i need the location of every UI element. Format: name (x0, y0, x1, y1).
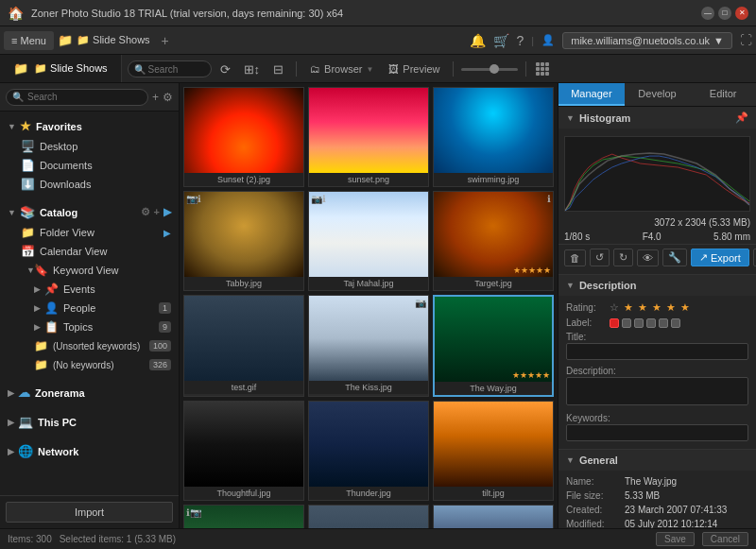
label-gray1[interactable] (622, 318, 631, 328)
photo-thumb-14[interactable]: Tools.jpg (308, 505, 429, 528)
histogram-header[interactable]: ▼ Histogram 📌 (558, 107, 756, 129)
photo-img-area (309, 402, 428, 487)
sidebar-item-people[interactable]: ▶ 👤 People 1 (0, 299, 179, 317)
people-icon: 👤 (44, 301, 59, 315)
menu-button[interactable]: ≡ Menu (4, 31, 54, 50)
photo-thumb-1[interactable]: Sunset (2).jpg (183, 87, 304, 187)
user-menu-button[interactable]: mike.williams@nuetools.co.uk ▼ (562, 32, 732, 49)
description-textarea[interactable] (566, 377, 748, 405)
photo-thumb-7[interactable]: test.gif (183, 295, 304, 397)
sidebar-item-downloads[interactable]: ⬇️ Downloads (0, 175, 179, 194)
sidebar-item-keyword-view[interactable]: ▼ 🔖 Keyword View (0, 261, 179, 280)
thumb-icon-tl: 📷ℹ (311, 194, 326, 204)
rotate-left-button[interactable]: ↺ (590, 249, 610, 266)
network-header[interactable]: ▶ 🌐 Network (0, 440, 179, 462)
export-button[interactable]: ↗ Export (691, 249, 749, 266)
cart-icon[interactable]: 🛒 (493, 33, 509, 48)
keywords-input[interactable] (566, 424, 748, 441)
sidebar-item-calendar-view[interactable]: 📅 Calendar View (0, 242, 179, 261)
photo-thumb-6[interactable]: ℹ ★★★★★ Target.jpg (433, 191, 554, 291)
photo-thumb-13[interactable]: ℹ📷 ★★★ Toco Toucan.jpg (183, 505, 304, 528)
minimize-button[interactable]: — (701, 7, 714, 20)
refresh-button[interactable]: ⟳ (215, 60, 235, 78)
user-email: mike.williams@nuetools.co.uk (571, 35, 710, 46)
cancel-button[interactable]: Cancel (702, 532, 748, 546)
label-gray4[interactable] (659, 318, 668, 328)
star-2[interactable]: ★ (624, 301, 634, 313)
photo-thumb-8[interactable]: 📷 The Kiss.jpg (308, 295, 429, 397)
star-4[interactable]: ★ (652, 301, 662, 313)
window-expand-icon[interactable]: ⛶ (740, 33, 752, 47)
thispc-header[interactable]: ▶ 💻 This PC (0, 411, 179, 433)
photo-thumb-10[interactable]: Thoughtful.jpg (183, 401, 304, 501)
sidebar-item-unsorted[interactable]: 📁 (Unsorted keywords) 100 (0, 336, 179, 355)
rating-label: Rating: (566, 302, 604, 313)
help-icon[interactable]: ? (517, 33, 524, 48)
catalog-header[interactable]: ▼ 📚 Catalog ⚙ + ▶ (0, 201, 179, 223)
slide-shows-tab[interactable]: 📁 📁 Slide Shows (0, 55, 122, 82)
photo-thumb-5[interactable]: 📷ℹ Taj Mahal.jpg (308, 191, 429, 291)
general-header[interactable]: ▼ General (558, 450, 756, 471)
sidebar-item-documents[interactable]: 📄 Documents (0, 156, 179, 175)
sidebar-item-desktop[interactable]: 🖥️ Desktop (0, 137, 179, 156)
star-5[interactable]: ★ (666, 301, 677, 313)
sidebar-item-nokeywords[interactable]: 📁 (No keywords) 326 (0, 355, 179, 374)
histogram-pin-icon[interactable]: 📌 (735, 112, 748, 124)
photo-thumb-3[interactable]: swimming.jpg (433, 87, 554, 187)
photo-thumb-12[interactable]: tilt.jpg (433, 401, 554, 501)
tools-button[interactable]: 🔧 (662, 249, 687, 266)
photo-img-area (434, 88, 553, 173)
label-gray2[interactable] (634, 318, 644, 328)
search-input[interactable] (148, 64, 205, 75)
label-red[interactable] (610, 318, 619, 328)
label-gray3[interactable] (646, 318, 656, 328)
save-button[interactable]: Save (656, 532, 695, 546)
sidebar-add-button[interactable]: + (152, 91, 159, 104)
star-6[interactable]: ★ (680, 301, 691, 313)
tab-manager[interactable]: Manager (558, 83, 625, 106)
description-header[interactable]: ▼ Description (558, 275, 756, 296)
star-3[interactable]: ★ (638, 301, 648, 313)
tab-editor[interactable]: Editor (690, 83, 756, 106)
label-gray5[interactable] (671, 318, 680, 328)
notifications-icon[interactable]: 🔔 (470, 33, 486, 48)
right-panel: Manager Develop Editor ▼ Histogram 📌 (558, 83, 756, 528)
photo-thumb-9[interactable]: ★★★★★ The Way.jpg (433, 295, 554, 397)
favorites-header[interactable]: ▼ ★ Favorites (0, 115, 179, 137)
photo-thumb-11[interactable]: Thunder.jpg (308, 401, 429, 501)
sidebar-options-button[interactable]: ⚙ (163, 91, 173, 104)
view-options-button[interactable]: ⊟ (268, 60, 288, 78)
star-1[interactable]: ☆ (610, 301, 620, 313)
photo-thumb-4[interactable]: 📷ℹ Tabby.jpg (183, 191, 304, 291)
preview-label[interactable]: 🖼 Preview (383, 63, 445, 75)
close-button[interactable]: ✕ (735, 7, 748, 20)
eye-button[interactable]: 👁 (637, 249, 659, 266)
catalog-settings-icon[interactable]: ⚙ (141, 206, 150, 218)
photo-label: The Way.jpg (435, 382, 552, 395)
import-button[interactable]: Import (6, 502, 173, 523)
delete-button[interactable]: 🗑 (564, 249, 586, 266)
zoom-slider[interactable] (461, 68, 518, 71)
sidebar-search-box[interactable]: 🔍 (6, 89, 148, 106)
add-tab-button[interactable]: + (162, 33, 169, 48)
photo-thumb-15[interactable]: tower.jpg (433, 505, 554, 528)
catalog-nav-icon[interactable]: ▶ (163, 206, 171, 218)
photo-img-area: ℹ📷 ★★★ (184, 506, 303, 528)
selected-items: Selected items: 1 (5.33 MB) (60, 534, 176, 544)
sort-button[interactable]: ⊞↕ (239, 60, 266, 78)
rating-stars[interactable]: ☆ ★ ★ ★ ★ ★ (610, 301, 691, 314)
title-input[interactable] (566, 343, 748, 360)
browser-label[interactable]: 🗂 Browser ▼ (304, 63, 379, 75)
sidebar-item-events[interactable]: ▶ 📌 Events (0, 280, 179, 299)
grid-view-button[interactable] (534, 60, 551, 77)
zonerama-header[interactable]: ▶ ☁ Zonerama (0, 382, 179, 403)
tab-develop[interactable]: Develop (625, 83, 691, 106)
rotate-right-button[interactable]: ↻ (613, 249, 633, 266)
sidebar-item-folder-view[interactable]: 📁 Folder View ▶ (0, 223, 179, 242)
photo-thumb-2[interactable]: sunset.png (308, 87, 429, 187)
sidebar-item-topics[interactable]: ▶ 📋 Topics 9 (0, 317, 179, 336)
search-box[interactable]: 🔍 (128, 60, 212, 77)
sidebar-search-input[interactable] (27, 92, 142, 102)
catalog-add-icon[interactable]: + (154, 206, 160, 218)
maximize-button[interactable]: □ (718, 7, 731, 20)
